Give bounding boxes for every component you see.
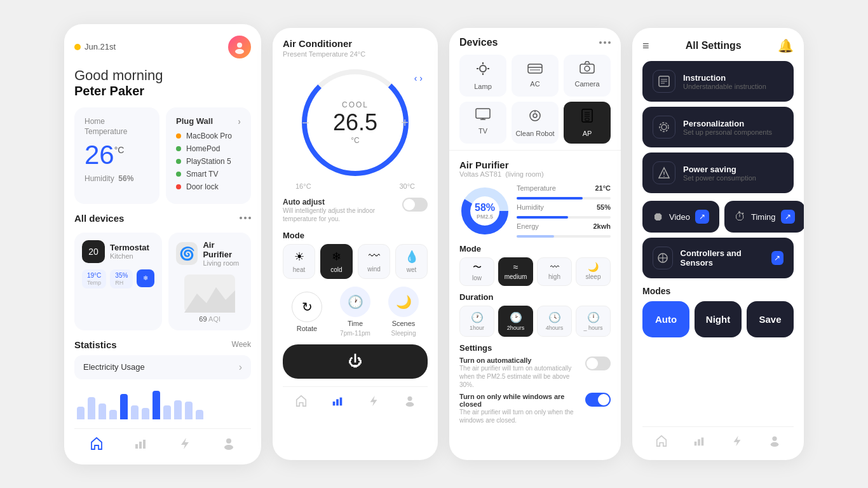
timing-label: Timing (751, 212, 776, 222)
personalization-card[interactable]: Personalization Set up personal componen… (642, 107, 794, 147)
device-name-smarttv: Smart TV (186, 170, 218, 179)
dur-4h-label: 4hours (546, 325, 564, 331)
grid-camera[interactable]: Camera (564, 55, 611, 97)
camera-icon (580, 61, 595, 78)
devices-more-btn[interactable] (599, 41, 611, 44)
termostat-card[interactable]: 20 Termostat Kitchen 19°CTemp 35%RH ❄ (74, 233, 162, 330)
svg-point-8 (224, 445, 233, 450)
grid-ac[interactable]: AC (512, 55, 559, 97)
instruction-desc: Understandable instruction (683, 83, 766, 90)
tv-icon (475, 108, 491, 125)
nav-chart[interactable] (133, 437, 147, 451)
ap-mode-medium[interactable]: ≈ medium (498, 257, 533, 286)
video-card[interactable]: ⏺ Video ↗ (642, 201, 719, 233)
auto-adjust-desc: Will intelligently adjust the indoor tem… (283, 207, 397, 223)
mode-heat[interactable]: ☀ heat (283, 244, 315, 279)
power-saving-title: Power saving (683, 165, 756, 174)
week-label: Week (232, 340, 251, 349)
mode-save-btn[interactable]: Save (747, 301, 794, 337)
time-action[interactable]: 🕐 Time 7pm-11pm (340, 287, 370, 337)
nav2-chart[interactable] (331, 395, 344, 407)
mode-cold[interactable]: ❄ cold (320, 244, 353, 279)
auto-on-toggle[interactable] (585, 356, 611, 370)
dur-4h[interactable]: 🕓 4hours (537, 306, 572, 337)
svg-rect-52 (695, 442, 697, 445)
dur-1h-label: 1hour (470, 325, 484, 331)
power-button[interactable]: ⏻ (283, 344, 428, 379)
plus-btn[interactable]: + (401, 116, 409, 130)
windows-toggle[interactable] (585, 393, 611, 407)
dur-1h[interactable]: 🕐 1hour (459, 306, 494, 337)
svg-rect-37 (585, 118, 589, 121)
svg-rect-12 (336, 399, 339, 405)
mode-night-btn[interactable]: Night (695, 301, 742, 337)
temp-humidity-row: HomeTemperature 26 °C Humidity 56% Plug … (74, 107, 251, 204)
video-arrow: ↗ (695, 210, 709, 224)
settings-label: Settings (459, 343, 611, 353)
grid-tv[interactable]: TV (459, 102, 506, 144)
nav-person[interactable] (222, 437, 236, 451)
chevron-right-icon: › (238, 116, 241, 126)
nav2-home[interactable] (295, 395, 308, 407)
dur-2h[interactable]: 🕑 2hours (498, 306, 533, 337)
thermostat-location: Kitchen (110, 252, 149, 260)
nav4-chart[interactable] (693, 435, 705, 447)
bar-7 (142, 408, 149, 419)
instruction-card[interactable]: Instruction Understandable instruction (642, 61, 794, 102)
medium-icon: ≈ (513, 262, 519, 272)
power-saving-text: Power saving Set power consumption (683, 165, 756, 182)
rh-btn[interactable]: 35%RH (110, 269, 133, 288)
hamburger-icon[interactable]: ≡ (642, 39, 649, 53)
status-dot-green-3 (176, 172, 181, 177)
mode-wind[interactable]: 〰 wind (358, 244, 390, 279)
temp-btn[interactable]: 19°CTemp (82, 269, 106, 288)
auto-adjust-toggle[interactable] (402, 198, 428, 212)
air-purifier-card[interactable]: 🌀 Air Purifier Living room 69 AQI (168, 233, 251, 330)
ap-mode-low[interactable]: 〜 low (459, 257, 494, 286)
mode-auto-btn[interactable]: Auto (642, 301, 689, 337)
power-saving-icon (653, 161, 675, 184)
bell-icon[interactable]: 🔔 (778, 38, 794, 53)
settings-header: ≡ All Settings 🔔 (642, 38, 794, 53)
nav4-home[interactable] (655, 435, 668, 447)
settings-bottom-nav (642, 426, 794, 450)
high-icon: 〰 (550, 262, 559, 272)
avatar[interactable] (228, 36, 251, 58)
clock-custom: 🕛 (587, 311, 600, 323)
dur-custom[interactable]: 🕛 _ hours (576, 306, 611, 337)
rotate-action[interactable]: ↻ Rotate (292, 292, 322, 332)
grid-clean-robot[interactable]: Clean Robot (512, 102, 559, 144)
energy-metric: Energy 2kwh (517, 222, 611, 230)
controllers-card[interactable]: Controllers and Sensors ↗ (642, 238, 794, 278)
scenes-action[interactable]: 🌙 Scenes Sleeping (388, 287, 419, 337)
svg-rect-54 (702, 438, 704, 446)
nav-bolt[interactable] (178, 437, 192, 451)
wet-label: wet (407, 266, 417, 273)
minus-btn[interactable]: − (302, 116, 309, 130)
snowflake-btn[interactable]: ❄ (137, 269, 154, 287)
svg-point-15 (407, 396, 412, 401)
nav4-bolt[interactable] (731, 435, 743, 447)
ap-mode-sleep[interactable]: 🌙 sleep (576, 257, 611, 286)
ap-mode-high[interactable]: 〰 high (537, 257, 572, 286)
ac-subtitle: Present Temperature 24°C (283, 50, 428, 58)
more-button[interactable] (240, 217, 251, 219)
nav2-person[interactable] (403, 395, 416, 407)
temp-metric-value: 21°C (595, 184, 611, 192)
electricity-row[interactable]: Electricity Usage › (74, 355, 251, 379)
dur-custom-label: _ hours (583, 325, 602, 331)
device-item-smarttv: Smart TV (176, 170, 241, 179)
nav-home[interactable] (90, 437, 104, 451)
grid-ap[interactable]: AP (564, 102, 611, 144)
modes-buttons: Auto Night Save (642, 301, 794, 337)
grid-lamp[interactable]: Lamp (459, 55, 506, 97)
cold-label: cold (330, 266, 342, 273)
mode-wet[interactable]: 💧 wet (395, 244, 428, 279)
nav2-bolt[interactable] (367, 395, 380, 407)
timing-card[interactable]: ⏱ Timing ↗ (724, 201, 804, 233)
windows-desc: The air purifier will turn on only when … (459, 408, 580, 424)
nav4-person[interactable] (768, 435, 781, 447)
plug-wall-card[interactable]: Plug Wall › MacBook Pro HomePod PlayStat… (166, 107, 251, 204)
power-saving-card[interactable]: Power saving Set power consumption (642, 152, 794, 193)
auto-adjust-title: Auto adjust (283, 198, 397, 207)
